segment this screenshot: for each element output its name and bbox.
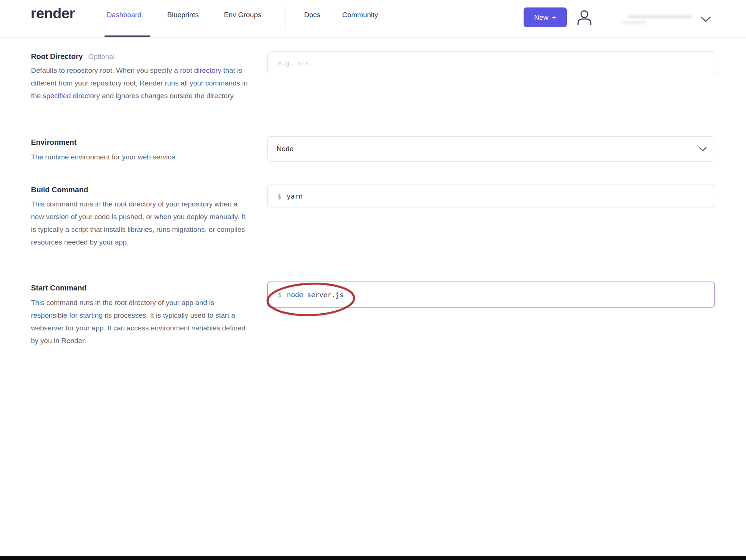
environment-selected-value: Node [277, 145, 293, 153]
render-logo[interactable]: render [31, 5, 75, 22]
build-command-description: This command runs in the root directory … [31, 198, 252, 249]
nav-divider [285, 6, 285, 29]
optional-badge: Optional [88, 53, 115, 60]
active-tab-underline [104, 35, 150, 37]
build-command-input[interactable]: $ yarn [267, 184, 715, 208]
redacted-account-name [628, 16, 692, 18]
root-directory-input[interactable] [267, 51, 715, 74]
top-navigation-bar: render Dashboard Blueprints Env Groups D… [0, 0, 746, 38]
start-command-label-row: Start Command [31, 284, 251, 292]
start-command-input[interactable]: $ node server.js [267, 281, 715, 308]
desc-text: and ignores changes outside the director… [100, 92, 235, 100]
nav-link-docs[interactable]: Docs [304, 11, 320, 19]
nav-tab-env-groups[interactable]: Env Groups [224, 11, 261, 19]
chevron-down-icon[interactable] [699, 15, 712, 24]
environment-select[interactable]: Node [267, 136, 715, 162]
start-command-description: This command runs in the root directory … [31, 296, 252, 347]
build-command-label: Build Command [31, 186, 88, 194]
build-command-label-row: Build Command [31, 186, 251, 194]
nav-tab-blueprints[interactable]: Blueprints [167, 11, 199, 19]
environment-label-row: Environment [31, 138, 251, 147]
root-directory-link[interactable]: root directory [180, 66, 221, 74]
root-directory-label-row: Root Directory Optional [31, 52, 251, 61]
desc-text: Defaults to repository root. When you sp… [31, 66, 180, 74]
user-icon[interactable] [576, 9, 593, 27]
start-command-label: Start Command [31, 284, 87, 292]
start-command-value: node server.js [287, 291, 344, 299]
nav-tab-dashboard[interactable]: Dashboard [107, 11, 141, 19]
bottom-edge-bar [0, 556, 746, 560]
environment-label: Environment [31, 138, 77, 146]
environment-description: The runtime environment for your web ser… [31, 151, 252, 164]
chevron-down-icon [698, 146, 707, 152]
root-directory-label: Root Directory [31, 52, 83, 60]
redacted-account-name [622, 22, 646, 24]
specified-directory-link[interactable]: specified directory [43, 92, 100, 100]
plus-icon: + [552, 13, 556, 21]
nav-link-community[interactable]: Community [342, 11, 378, 19]
new-button[interactable]: New + [524, 7, 567, 27]
new-button-label: New [534, 13, 548, 22]
build-command-value: yarn [287, 192, 303, 200]
shell-prompt: $ [278, 291, 282, 299]
shell-prompt: $ [277, 192, 281, 200]
root-directory-description: Defaults to repository root. When you sp… [31, 64, 252, 102]
